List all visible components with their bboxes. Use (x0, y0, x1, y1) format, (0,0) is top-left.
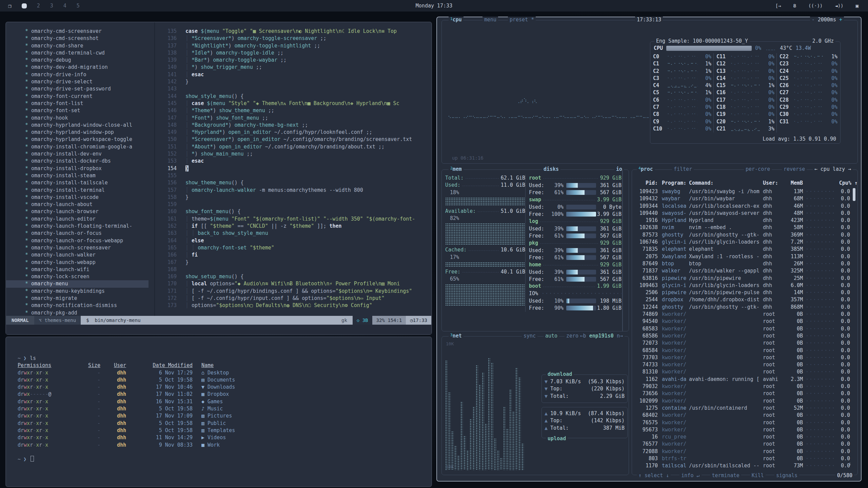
file-item[interactable]: * omarchy-install-dev-env (6, 150, 149, 158)
file-item[interactable]: * omarchy-install-terminal (6, 187, 149, 194)
preset-button[interactable]: preset * (508, 17, 536, 23)
process-row[interactable]: 68583kworker/root0B·········0.0 (632, 325, 850, 332)
process-row[interactable]: 73703kworker/root0B·········0.0 (632, 354, 850, 361)
net-prev-button[interactable]: ←b (580, 333, 586, 339)
net-zero-toggle[interactable]: zero (565, 333, 580, 339)
net-box-title[interactable]: 3net (449, 333, 463, 339)
cpu-box-title[interactable]: 1cpu (449, 17, 463, 23)
file-item[interactable]: * omarchy-launch-about (6, 201, 149, 208)
file-item[interactable]: * omarchy-pkg-add (6, 309, 149, 316)
file-item[interactable]: * omarchy-launch-walker (6, 251, 149, 259)
file-item[interactable]: * omarchy-launch-browser (6, 208, 149, 215)
proc-scrollbar[interactable] (853, 188, 855, 201)
rate-increase-button[interactable]: + (839, 17, 842, 23)
process-row[interactable]: 16rcu_preeroot0B·········0.0 (632, 433, 850, 441)
process-row[interactable]: 68584kworker/root0B·········0.0 (632, 347, 850, 354)
file-item[interactable]: * omarchy-lock-screen (6, 273, 149, 280)
process-row[interactable]: 73656kworker/root0B·········0.0 (632, 390, 850, 397)
file-item[interactable]: * omarchy-install-vscode (6, 194, 149, 201)
process-row[interactable]: 87573ghostty/usr/bin/ghostty --gtk-dhh36… (632, 231, 850, 239)
process-row[interactable]: 1916HyprlandHyprlanddhh423M·········0.0 (632, 217, 850, 224)
col-cpu[interactable]: Cpu% ↑ (834, 180, 857, 186)
file-item[interactable]: * omarchy-install-tailscale (6, 179, 149, 186)
process-row[interactable]: 79032kworker/root0B·········0.0 (632, 383, 850, 390)
proc-box-title[interactable]: 4proc (637, 166, 655, 172)
process-row[interactable]: 68586kworker/root0B·········0.0 (632, 332, 850, 340)
file-item[interactable]: * omarchy-hyprland-window-pop (6, 129, 149, 136)
process-row[interactable]: 2075XwaylandXwayland :1 -rootless -dhh11… (632, 253, 850, 260)
process-row[interactable]: 76577kworker/root0B·········0.0 (632, 441, 850, 448)
col-command[interactable]: Command: (689, 180, 763, 186)
terminal-cursor[interactable] (31, 456, 34, 462)
process-row[interactable]: 72088kworker/root0B·········0.0 (632, 448, 850, 455)
file-item[interactable]: * omarchy-drive-set-password (6, 85, 149, 93)
process-row[interactable]: 102099kworker/root0B·········0.0 (632, 398, 850, 405)
file-item[interactable]: * omarchy-install-chromium-google-a (6, 143, 149, 150)
process-row[interactable]: 12244ghostty/usr/bin/ghostty --gtk-dhh86… (632, 304, 850, 311)
process-row[interactable]: 94540kworker/root0B·········0.0 (632, 318, 850, 325)
file-item[interactable]: * omarchy-cmd-screensaver (6, 28, 149, 35)
process-row[interactable]: 102638nvimnvim --embed .dhh58M·········0… (632, 224, 850, 231)
proc-percore-toggle[interactable]: per-core (744, 166, 772, 172)
file-item[interactable]: * omarchy-migrate (6, 295, 149, 302)
col-user[interactable]: User: (763, 180, 784, 186)
net-auto-toggle[interactable]: auto (544, 333, 559, 339)
process-row[interactable]: 71837walker/usr/bin/walker --gappldhh325… (632, 267, 850, 274)
file-item[interactable]: * omarchy-dev-add-migration (6, 64, 149, 71)
file-item[interactable]: * omarchy-debug (6, 57, 149, 64)
command-line-area[interactable] (6, 325, 431, 334)
process-row[interactable]: 109344localsea/usr/lib/localsearch-exdhh… (632, 203, 850, 210)
file-item[interactable]: * omarchy-font-set (6, 107, 149, 114)
process-row[interactable]: 2544dropbox/home/dhh/.dropbox-distdhh357… (632, 296, 850, 303)
process-row[interactable]: 109432waybar/usr/bin/waybardhh68M·······… (632, 195, 850, 202)
menu-button[interactable]: menu (482, 17, 498, 23)
col-pid[interactable]: Pid: (632, 180, 658, 186)
process-row[interactable]: 1162avahi-daavahi-daemon: running [avahi… (632, 376, 850, 383)
process-row[interactable]: 74869kworker/root0B·········0.0 (632, 311, 850, 318)
file-item[interactable]: * omarchy-notification-dismiss (6, 302, 149, 309)
process-row[interactable]: 1275containe/usr/bin/containerdroot52M··… (632, 405, 850, 412)
file-item[interactable]: * omarchy-drive-select (6, 78, 149, 85)
process-row[interactable]: 106746glycin-i/usr/lib/glycin-loadersdhh… (632, 239, 850, 246)
process-row[interactable]: 71835elephantelephantdhh385M·········0.0 (632, 246, 850, 253)
file-item[interactable]: * omarchy-launch-editor (6, 216, 149, 223)
col-memb[interactable]: MemB (784, 180, 803, 186)
mem-box-title[interactable]: 2mem (449, 166, 463, 172)
proc-action-kill[interactable]: Kill (750, 472, 766, 479)
file-item[interactable]: * omarchy-launch-floating-terminal- (6, 223, 149, 230)
proc-sort-selector[interactable]: ← cpu lazy → (813, 166, 853, 172)
net-next-button[interactable]: n→ (617, 333, 623, 339)
terminal-window[interactable]: ~❯lsPermissionsSizeUserDate ModifiedName… (5, 337, 432, 487)
file-list-pane[interactable]: * omarchy-cmd-screensaver* omarchy-cmd-s… (6, 22, 149, 316)
proc-reverse-toggle[interactable]: reverse (782, 166, 807, 172)
process-row[interactable]: 87649btopbtopdhh26M·········0.0 (632, 260, 850, 267)
file-item[interactable]: * omarchy-cmd-terminal-cwd (6, 49, 149, 57)
process-row[interactable]: 63816pipewire/usr/bin/pipewiredhh25M····… (632, 275, 850, 282)
code-pane[interactable]: 135case $(menu "Toggle" "▦ Screensaver\n… (155, 22, 431, 316)
file-item[interactable]: * omarchy-font-current (6, 93, 149, 100)
process-row[interactable]: 81310kworker/root0B·········0.0 (632, 368, 850, 375)
file-item[interactable]: * omarchy-install-steam (6, 172, 149, 179)
proc-action-info[interactable]: info ↵ (679, 472, 701, 479)
proc-filter-button[interactable]: filter (672, 166, 694, 172)
rate-decrease-button[interactable]: - (812, 17, 815, 23)
process-row[interactable]: 109440swayosd-/usr/bin/swayosd-serverdhh… (632, 210, 850, 217)
process-row[interactable]: 72073kworker/root0B·········0.0 (632, 340, 850, 347)
file-item[interactable]: * omarchy-font-list (6, 100, 149, 107)
proc-action-signals[interactable]: signals (774, 472, 799, 479)
process-row[interactable]: 803btrfs-trroot0B·········0.0 (632, 455, 850, 462)
process-row[interactable]: 1170tailscal/usr/sbin/tailscaled --root7… (632, 462, 850, 469)
file-item[interactable]: * omarchy-install-docker-dbs (6, 158, 149, 165)
file-item[interactable]: * omarchy-cmd-share (6, 42, 149, 49)
file-item[interactable]: * omarchy-launch-webapp (6, 259, 149, 266)
process-row[interactable]: 109423swaybg/usr/bin/swaybg -i /homdhh13… (632, 188, 850, 195)
process-row[interactable]: 109463glycin-i/usr/lib/glycin-loadersdhh… (632, 282, 850, 289)
process-row[interactable]: 2506pipewire/usr/bin/pipewire-pulsedhh14… (632, 289, 850, 296)
process-row[interactable]: 95673kworker/root0B·········0.0 (632, 426, 850, 433)
col-program[interactable]: Program: (658, 180, 689, 186)
file-item[interactable]: * omarchy-menu (6, 280, 149, 287)
proc-action-terminate[interactable]: terminate (710, 472, 741, 479)
process-row[interactable]: 68402kworker/root0B·········0.0 (632, 412, 850, 419)
file-item[interactable]: * omarchy-hyprland-workspace-toggle (6, 136, 149, 143)
file-item[interactable]: * omarchy-cmd-screenshot (6, 35, 149, 42)
